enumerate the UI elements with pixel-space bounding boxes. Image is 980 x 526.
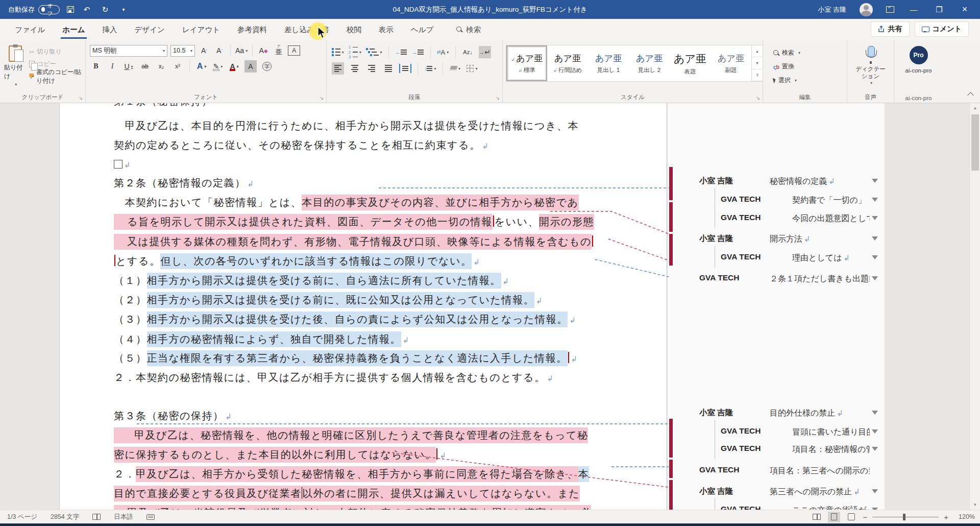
paste-dropdown-icon[interactable]: ▾: [15, 82, 17, 87]
comment-row[interactable]: GVA TECH理由としては↲: [670, 252, 885, 268]
ai-con-pro-button[interactable]: Pro ai-con-pro: [894, 43, 943, 74]
formatting-marks-button[interactable]: →↵: [479, 46, 491, 58]
tab-insert[interactable]: 挿入: [94, 19, 126, 40]
grow-font-button[interactable]: Aˆ: [198, 44, 210, 57]
comment-row[interactable]: 小室 吉隆開示方法↲: [670, 233, 885, 249]
user-name[interactable]: 小室 吉隆: [818, 5, 846, 14]
zoom-slider-thumb[interactable]: [903, 514, 905, 520]
distribute-button[interactable]: [399, 64, 411, 73]
comment-row[interactable]: 小室 吉隆第三者への開示の禁止↲: [670, 486, 885, 501]
line-spacing-button[interactable]: ↕▾: [424, 62, 436, 75]
shading-button[interactable]: ▾: [449, 62, 461, 75]
document-line[interactable]: 契約の定めるところに従い、その秘密を保持することを相互に約束する。↲: [114, 137, 656, 154]
comment-row[interactable]: 小室 吉隆秘密情報の定義↲: [670, 176, 885, 191]
style-heading2[interactable]: あア亜見出し 2: [629, 45, 670, 81]
comment-dropdown-icon[interactable]: [872, 429, 878, 434]
document-line[interactable]: 第１条（秘密保持）: [114, 103, 656, 110]
document-line[interactable]: ２．甲及び乙は、相手方から受領した秘密情報を、相手方から事前に同意を得た場合を除…: [114, 466, 656, 483]
shrink-font-button[interactable]: Aˇ: [213, 44, 226, 57]
asian-layout-button[interactable]: ⇄A▾: [437, 46, 449, 58]
comment-dropdown-icon[interactable]: [872, 216, 878, 220]
comment-row[interactable]: 小室 吉隆目的外仕様の禁止↲: [670, 408, 885, 423]
change-case-button[interactable]: Aa▾: [235, 44, 248, 57]
zoom-slider[interactable]: [872, 517, 939, 517]
increase-indent-button[interactable]: →: [412, 46, 424, 58]
tab-design[interactable]: デザイン: [126, 19, 174, 40]
collapse-ribbon-icon[interactable]: [967, 92, 974, 99]
document-line[interactable]: 又は提供する媒体の種類を問わず、有形物、電子情報及び口頭、映像等による情報を含む…: [114, 233, 656, 251]
scroll-up-icon[interactable]: ▲: [970, 103, 980, 113]
comment-dropdown-icon[interactable]: [872, 447, 878, 451]
document-line[interactable]: 第３条（秘密の保持）↲: [114, 408, 656, 425]
word-count[interactable]: 2854 文字: [51, 513, 79, 521]
style-normal[interactable]: ↲あア亜↲標準: [506, 45, 547, 81]
redo-icon[interactable]: ↻: [100, 5, 111, 14]
document-line[interactable]: とする。但し、次の各号のいずれかに該当する情報はこの限りでない。↲: [114, 253, 656, 270]
comment-dropdown-icon[interactable]: [872, 236, 878, 241]
undo-icon[interactable]: ↶: [81, 5, 92, 14]
document-page[interactable]: 第１条（秘密保持） 甲及び乙は、本目的を円滑に行うために、相手方から開示又は提供…: [59, 103, 667, 510]
customize-qat-icon[interactable]: ▾: [118, 7, 129, 12]
user-avatar[interactable]: [860, 3, 873, 16]
font-size-select[interactable]: 10.5▾: [170, 45, 195, 57]
sort-button[interactable]: Az↓: [462, 46, 474, 58]
font-family-select[interactable]: MS 明朝▾: [90, 45, 167, 57]
tab-file[interactable]: ファイル: [6, 19, 54, 40]
document-line[interactable]: 甲及び乙は、当該役員及び従業者に対し、本契約に定める秘密保持義務を周知し遵守させ…: [114, 505, 656, 510]
document-line[interactable]: 甲及び乙は、本目的を円滑に行うために、相手方から開示又は提供を受けた情報につき、…: [114, 117, 656, 135]
language-indicator[interactable]: 日本語: [114, 513, 133, 521]
align-right-button[interactable]: [365, 62, 378, 75]
comments-button[interactable]: コメント: [915, 21, 969, 37]
minimize-button[interactable]: —: [908, 5, 920, 14]
styles-dialog-launcher-icon[interactable]: ↘: [756, 95, 760, 101]
font-dialog-launcher-icon[interactable]: ↘: [320, 95, 324, 101]
align-left-button[interactable]: [332, 62, 344, 75]
comment-row[interactable]: GVA TECH契約書で「一切の」: [670, 195, 885, 210]
enclose-characters-button[interactable]: 字: [261, 60, 273, 73]
tab-help[interactable]: ヘルプ: [402, 19, 443, 40]
style-subtitle[interactable]: あア亜副題: [710, 45, 751, 81]
page-indicator[interactable]: 1/3 ページ: [7, 513, 37, 521]
proofing-icon[interactable]: [92, 514, 101, 520]
style-gallery-up-icon[interactable]: ▲: [752, 45, 763, 57]
subscript-button[interactable]: x₂: [155, 60, 167, 73]
text-effects-button[interactable]: A▾: [195, 60, 208, 73]
tell-me-search[interactable]: 検索: [456, 25, 481, 35]
comment-row[interactable]: GVA TECH項目名：秘密情報の管: [670, 444, 885, 459]
style-heading1[interactable]: あア亜見出し 1: [588, 45, 629, 81]
find-button[interactable]: 検索▾: [773, 47, 847, 59]
web-layout-button[interactable]: [845, 512, 857, 522]
document-line[interactable]: 甲及び乙は、秘密情報を、他の情報と明確に区別したうえで善良な管理者の注意をもって…: [114, 427, 656, 444]
underline-button[interactable]: U▾: [122, 60, 135, 73]
document-line[interactable]: 密に保持するものとし、また本目的以外に利用してはならない。↲: [114, 446, 656, 464]
document-line[interactable]: （５）正当な権限を有する第三者から、秘密保持義務を負うことなく適法に入手した情報…: [114, 350, 656, 367]
highlight-color-button[interactable]: ✎▾: [212, 60, 224, 73]
decrease-indent-button[interactable]: ←: [395, 46, 407, 58]
phonetic-guide-button[interactable]: ア亜: [273, 44, 285, 57]
comment-dropdown-icon[interactable]: [872, 489, 878, 493]
comment-dropdown-icon[interactable]: [872, 411, 878, 415]
restore-button[interactable]: ❐: [933, 5, 945, 14]
document-line[interactable]: 第２条（秘密情報の定義）↲: [114, 175, 656, 192]
tab-references[interactable]: 参考資料: [229, 19, 276, 40]
comment-dropdown-icon[interactable]: [872, 198, 878, 202]
style-no-spacing[interactable]: あア亜↲行間詰め: [547, 45, 588, 81]
style-gallery-down-icon[interactable]: ▼: [752, 57, 763, 69]
autosave-toggle[interactable]: 自動保存 オフ: [8, 5, 60, 14]
document-line[interactable]: ↲: [114, 156, 656, 173]
close-button[interactable]: ×: [959, 4, 971, 15]
save-icon[interactable]: [67, 6, 74, 13]
character-shading-button[interactable]: A: [244, 60, 257, 73]
zoom-in-icon[interactable]: +: [944, 513, 948, 521]
tab-review[interactable]: 校閲: [338, 19, 370, 40]
comment-row[interactable]: GVA TECH冒頭に書いた通り目的: [670, 426, 885, 442]
style-title[interactable]: あア亜表題: [670, 45, 710, 81]
superscript-button[interactable]: x²: [172, 60, 184, 73]
comment-row[interactable]: GVA TECH２条１項ただし書きも出題範: [670, 273, 885, 289]
replace-button[interactable]: ςb置換: [773, 61, 847, 73]
clipboard-dialog-launcher-icon[interactable]: ↘: [79, 95, 83, 101]
tab-mailings[interactable]: 差し込み文書: [276, 19, 338, 40]
comment-row[interactable]: GVA TECH今回の出題意図として: [670, 213, 885, 228]
tab-view[interactable]: 表示: [370, 19, 402, 40]
character-border-button[interactable]: A: [288, 45, 300, 56]
